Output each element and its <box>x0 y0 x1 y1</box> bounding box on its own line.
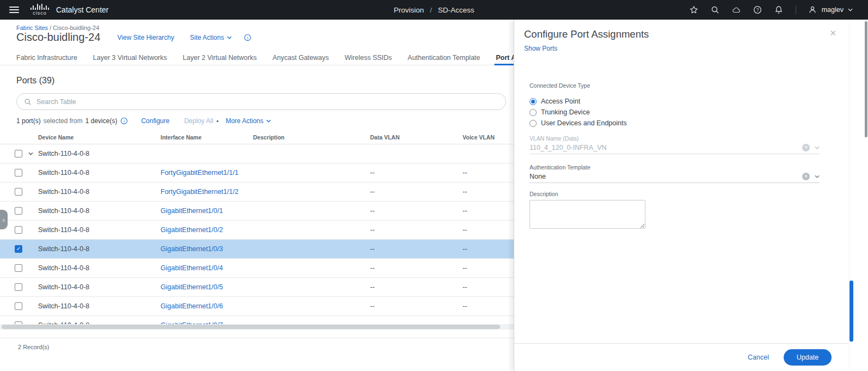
table-row[interactable]: Switch-110-4-0-8 GigabitEthernet1/0/2 --… <box>0 221 514 240</box>
authentication-template-value: None <box>530 173 802 180</box>
radio-icon[interactable] <box>530 120 537 127</box>
group-checkbox[interactable] <box>15 150 22 157</box>
notifications-bell-icon[interactable] <box>774 5 784 15</box>
star-icon[interactable] <box>690 5 699 15</box>
description-label: Description <box>530 191 645 197</box>
panel-scrollbar-thumb[interactable] <box>849 281 853 342</box>
tab-authentication-template[interactable]: Authentication Template <box>408 51 480 65</box>
tab-wireless-ssids[interactable]: Wireless SSIDs <box>344 51 392 65</box>
expand-panel-handle[interactable]: ‹ <box>0 210 8 229</box>
interface-link[interactable]: GigabitEthernet1/0/6 <box>161 302 223 310</box>
interface-link[interactable]: FortyGigabitEthernet1/1/2 <box>161 188 238 196</box>
svg-text:i: i <box>247 35 248 40</box>
topnav-provision[interactable]: Provision <box>393 6 424 14</box>
table-row[interactable]: Switch-110-4-0-8 GigabitEthernet1/0/1 --… <box>0 202 514 221</box>
tab-layer2-virtual-networks[interactable]: Layer 2 Virtual Networks <box>183 51 257 65</box>
group-device-name: Switch-110-4-0-8 <box>38 150 161 157</box>
site-actions-menu[interactable]: Site Actions <box>190 34 232 41</box>
row-checkbox[interactable] <box>15 226 22 234</box>
col-interface-name: Interface Name <box>161 134 253 141</box>
user-menu[interactable]: maglev <box>808 5 853 15</box>
menu-icon[interactable] <box>9 7 19 13</box>
radio-selected-icon[interactable] <box>530 98 537 105</box>
radio-icon[interactable] <box>530 109 537 116</box>
top-bar: cisco Catalyst Center Provision / SD-Acc… <box>0 0 868 20</box>
row-data-vlan: -- <box>370 169 463 177</box>
row-voice-vlan: -- <box>463 207 514 215</box>
deploy-all-button[interactable]: Deploy All <box>184 117 213 125</box>
row-checkbox[interactable] <box>15 207 22 215</box>
app-title: Catalyst Center <box>56 5 108 14</box>
close-icon[interactable]: ✕ <box>829 29 836 37</box>
selection-info-icon[interactable]: i <box>120 117 128 125</box>
interface-link[interactable]: GigabitEthernet1/0/3 <box>161 245 223 253</box>
chevron-down-icon[interactable] <box>815 175 820 178</box>
row-data-vlan: -- <box>370 188 463 196</box>
chevron-down-icon <box>266 119 271 123</box>
collapse-chevron-icon[interactable] <box>28 152 33 155</box>
configure-port-assignments-panel: ✕ Configure Port Assignments Show Ports … <box>514 20 848 371</box>
row-device-name: Switch-110-4-0-8 <box>38 207 161 215</box>
top-breadcrumb: Provision / SD-Access <box>393 6 474 14</box>
radio-label: User Devices and Endpoints <box>541 119 627 127</box>
svg-text:?: ? <box>756 7 759 13</box>
clear-icon[interactable]: ✕ <box>802 173 810 180</box>
horizontal-scrollbar[interactable] <box>0 324 514 330</box>
interface-link[interactable]: GigabitEthernet1/0/4 <box>161 264 223 272</box>
cancel-button[interactable]: Cancel <box>748 354 769 361</box>
topbar-actions: ? maglev <box>690 5 853 15</box>
table-row[interactable]: Switch-110-4-0-8 FortyGigabitEthernet1/1… <box>0 183 514 202</box>
radio-access-point[interactable]: Access Point <box>530 96 627 107</box>
breadcrumb-fabric-sites[interactable]: Fabric Sites <box>16 25 48 31</box>
more-actions-menu[interactable]: More Actions <box>226 117 271 125</box>
authentication-template-select[interactable]: None ✕ <box>530 171 820 183</box>
tab-bar: Fabric Infrastructure Layer 3 Virtual Ne… <box>0 51 514 65</box>
update-button[interactable]: Update <box>784 349 832 366</box>
description-textarea[interactable] <box>530 200 645 229</box>
interface-link[interactable]: GigabitEthernet1/0/1 <box>161 207 223 215</box>
user-name: maglev <box>822 6 844 14</box>
table-search[interactable] <box>16 93 506 110</box>
configure-button[interactable]: Configure <box>141 117 169 125</box>
help-icon[interactable]: ? <box>753 5 762 15</box>
scrollbar-gutter <box>848 20 868 371</box>
table-row[interactable]: Switch-110-4-0-8 GigabitEthernet1/0/4 --… <box>0 259 514 278</box>
table-row[interactable]: Switch-110-4-0-8 FortyGigabitEthernet1/1… <box>0 163 514 183</box>
table-row[interactable]: Switch-110-4-0-8 GigabitEthernet1/0/5 --… <box>0 278 514 297</box>
tab-fabric-infrastructure[interactable]: Fabric Infrastructure <box>16 51 77 65</box>
device-group-row[interactable]: Switch-110-4-0-8 <box>0 144 514 163</box>
page-title: Cisco-buidling-24 <box>16 31 101 44</box>
radio-user-devices-endpoints[interactable]: User Devices and Endpoints <box>530 118 627 129</box>
row-checkbox[interactable] <box>15 169 22 177</box>
row-checkbox[interactable] <box>15 283 22 291</box>
vlan-name-field: VLAN Name (Data) 110_4_120_0-INFRA_VN ✕ <box>530 135 820 154</box>
table-row-selected[interactable]: Switch-110-4-0-8 GigabitEthernet1/0/3 --… <box>0 240 514 259</box>
radio-trunking-device[interactable]: Trunking Device <box>530 107 627 118</box>
search-icon[interactable] <box>711 5 720 15</box>
row-device-name: Switch-110-4-0-8 <box>38 169 161 177</box>
user-icon <box>808 5 817 15</box>
interface-link[interactable]: GigabitEthernet1/0/2 <box>161 226 223 234</box>
tab-anycast-gateways[interactable]: Anycast Gateways <box>273 51 329 65</box>
selected-ports-count: 1 port(s) <box>16 117 41 125</box>
row-checkbox[interactable] <box>15 188 22 196</box>
interface-link[interactable]: FortyGigabitEthernet1/1/1 <box>161 169 238 177</box>
tab-layer3-virtual-networks[interactable]: Layer 3 Virtual Networks <box>93 51 167 65</box>
search-input[interactable] <box>36 98 498 106</box>
horizontal-scrollbar-thumb[interactable] <box>2 325 500 329</box>
site-info-icon[interactable]: i <box>244 34 251 41</box>
view-site-hierarchy-link[interactable]: View Site Hierarchy <box>118 34 174 41</box>
ports-table: Device Name Interface Name Description D… <box>0 131 514 330</box>
row-checkbox-checked[interactable] <box>15 245 22 253</box>
vlan-name-value: 110_4_120_0-INFRA_VN <box>530 144 802 151</box>
cloud-icon[interactable] <box>732 5 741 15</box>
row-checkbox[interactable] <box>15 302 22 310</box>
topnav-sd-access[interactable]: SD-Access <box>438 6 475 14</box>
row-checkbox[interactable] <box>15 264 22 272</box>
show-ports-link[interactable]: Show Ports <box>524 45 557 52</box>
drawer-footer: Cancel Update <box>514 343 848 371</box>
interface-link[interactable]: GigabitEthernet1/0/5 <box>161 283 223 291</box>
window-scrollbar-thumb[interactable] <box>865 21 867 137</box>
radio-label: Trunking Device <box>541 108 590 116</box>
table-row[interactable]: Switch-110-4-0-8 GigabitEthernet1/0/6 --… <box>0 297 514 316</box>
